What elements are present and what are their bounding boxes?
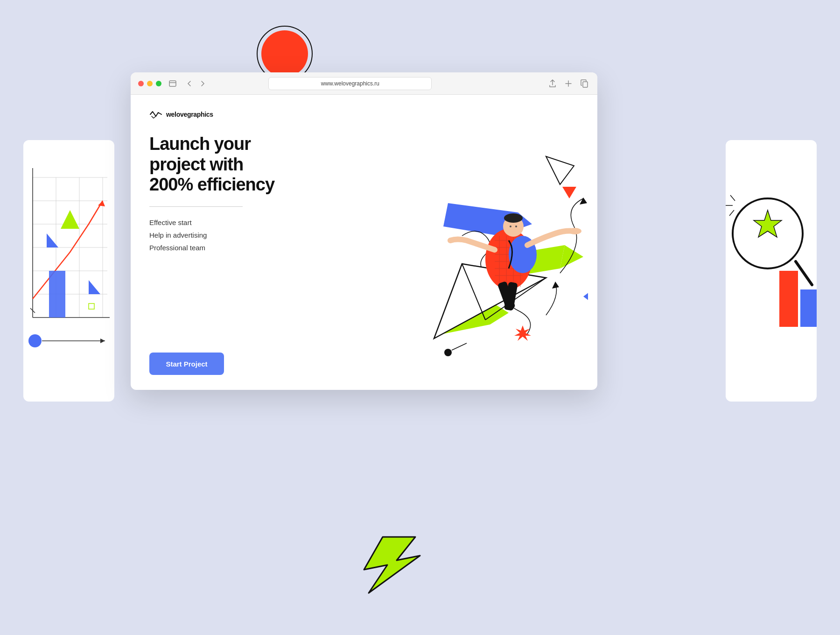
nav-buttons	[184, 78, 208, 89]
svg-point-19	[28, 334, 42, 347]
svg-point-72	[444, 349, 452, 356]
svg-rect-35	[583, 82, 588, 87]
svg-rect-13	[49, 271, 65, 318]
share-button[interactable]	[547, 78, 558, 89]
url-text: www.welovegraphics.ru	[321, 80, 379, 87]
svg-marker-48	[580, 198, 587, 205]
svg-line-27	[730, 195, 735, 201]
svg-line-23	[796, 261, 812, 285]
svg-marker-49	[552, 282, 559, 289]
svg-marker-36	[546, 156, 574, 184]
svg-rect-25	[779, 271, 798, 327]
svg-marker-15	[47, 233, 58, 247]
svg-marker-16	[89, 280, 100, 294]
svg-point-66	[504, 213, 523, 223]
lightning-deco	[355, 532, 448, 598]
left-card	[23, 140, 114, 402]
new-tab-button[interactable]	[563, 78, 574, 89]
svg-marker-47	[514, 325, 531, 341]
close-button[interactable]	[138, 81, 144, 86]
feature-item-3: Professional team	[149, 241, 280, 254]
content-divider	[149, 206, 243, 207]
logo-icon	[149, 110, 162, 119]
svg-line-29	[729, 210, 734, 216]
svg-rect-18	[89, 303, 94, 309]
back-button[interactable]	[184, 78, 195, 89]
svg-rect-26	[800, 289, 817, 327]
svg-marker-21	[100, 339, 105, 343]
browser-chrome: www.welovegraphics.ru	[131, 72, 597, 95]
feature-item-1: Effective start	[149, 216, 280, 229]
ball-deco	[261, 30, 308, 77]
copy-button[interactable]	[579, 78, 590, 89]
svg-line-73	[452, 343, 467, 350]
logo-text: welovegraphics	[166, 111, 213, 118]
svg-point-22	[733, 198, 803, 268]
svg-rect-31	[169, 81, 176, 86]
svg-marker-43	[562, 187, 576, 198]
feature-item-2: Help in advertising	[149, 229, 280, 241]
browser-window: www.welovegraphics.ru	[131, 72, 597, 390]
feature-list: Effective start Help in advertising Prof…	[149, 216, 280, 254]
hero-title: Launch your project with 200% efficiency	[149, 134, 280, 195]
traffic-lights	[138, 81, 161, 86]
tab-icon[interactable]	[167, 78, 178, 89]
hero-illustration-area	[280, 110, 579, 375]
svg-marker-30	[364, 537, 420, 593]
svg-point-71	[568, 228, 581, 234]
svg-point-68	[515, 226, 517, 227]
address-bar[interactable]: www.welovegraphics.ru	[268, 77, 432, 90]
hero-illustration	[285, 114, 588, 385]
right-card	[726, 140, 817, 402]
svg-marker-24	[754, 210, 782, 237]
maximize-button[interactable]	[156, 81, 161, 86]
svg-point-67	[510, 226, 511, 227]
svg-marker-14	[61, 210, 79, 229]
logo-area: welovegraphics	[149, 110, 280, 119]
browser-content: welovegraphics Launch your project with …	[131, 95, 597, 390]
start-project-button[interactable]: Start Project	[149, 353, 224, 375]
forward-button[interactable]	[197, 78, 208, 89]
content-left: welovegraphics Launch your project with …	[149, 110, 280, 375]
svg-marker-45	[583, 282, 588, 310]
minimize-button[interactable]	[147, 81, 153, 86]
toolbar-right	[547, 78, 590, 89]
